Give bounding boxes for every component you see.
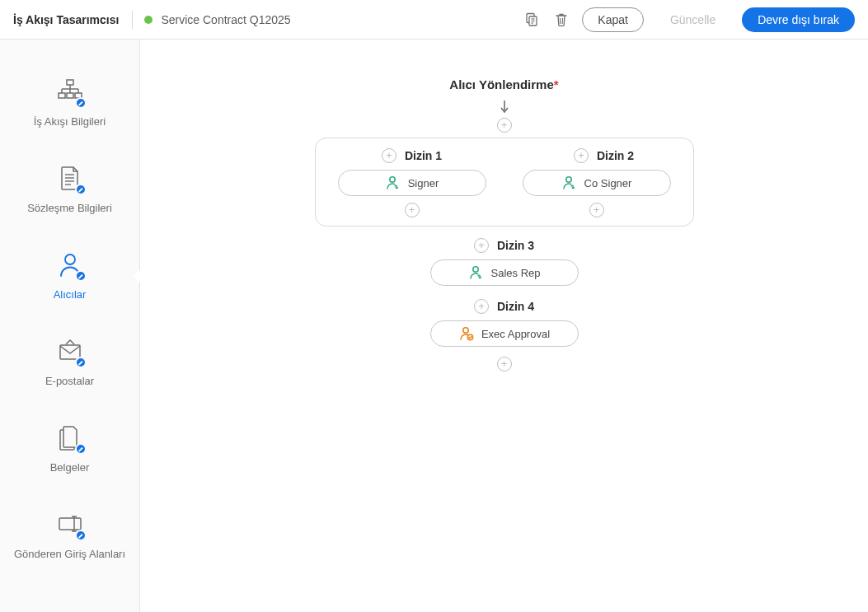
- sidebar-item-recipients[interactable]: Alıcılar: [0, 234, 139, 320]
- step-4-title: Dizin 4: [497, 300, 534, 313]
- signer-icon: [468, 264, 485, 281]
- header: İş Akışı Tasarımcısı Service Contract Q1…: [0, 0, 868, 40]
- add-before-step-3[interactable]: [474, 238, 489, 253]
- recipient-label: Sales Rep: [491, 267, 541, 279]
- approver-icon: [458, 325, 475, 342]
- serial-step-3: Dizin 3 Sales Rep: [140, 231, 868, 292]
- svg-rect-10: [67, 80, 73, 85]
- sidebar-item-workflow-info[interactable]: İş Akışı Bilgileri: [0, 61, 139, 147]
- disable-button[interactable]: Devre dışı bırak: [742, 7, 855, 32]
- branch-1: Dizin 1 Signer: [326, 148, 499, 226]
- close-button[interactable]: Kapat: [582, 7, 644, 32]
- sidebar-item-label: E-postalar: [45, 375, 94, 387]
- header-left: İş Akışı Tasarımcısı Service Contract Q1…: [13, 11, 291, 29]
- recipient-label: Signer: [408, 177, 439, 189]
- add-step-top[interactable]: [497, 118, 512, 133]
- branch-2-title: Dizin 2: [597, 149, 634, 162]
- sidebar-item-sender-fields[interactable]: Gönderen Giriş Alanları: [0, 493, 139, 580]
- header-actions: Kapat Güncelle Devre dışı bırak: [523, 7, 855, 32]
- sidebar: İş Akışı Bilgileri Sözleşme Bilgileri: [0, 40, 140, 612]
- recipient-execapproval[interactable]: Exec Approval: [430, 320, 579, 347]
- app-title: İş Akışı Tasarımcısı: [13, 13, 132, 26]
- update-button: Güncelle: [655, 8, 730, 31]
- routing-title: Alıcı Yönlendirme*: [140, 77, 868, 91]
- routing-title-text: Alıcı Yönlendirme: [449, 77, 553, 91]
- workflow-info-icon: [55, 77, 85, 107]
- serial-step-4: Dizin 4 Exec Approval: [140, 292, 868, 371]
- branch-2: Dizin 2 Co Signer: [510, 148, 683, 226]
- status-indicator: [144, 16, 152, 24]
- sidebar-item-label: Belgeler: [50, 461, 90, 474]
- agreement-info-icon: [55, 164, 85, 194]
- recipient-signer[interactable]: Signer: [338, 170, 486, 196]
- required-indicator: *: [554, 77, 559, 91]
- add-after-branch-2[interactable]: [589, 203, 604, 217]
- arrow-down-icon: [499, 100, 510, 114]
- recipient-cosigner[interactable]: Co Signer: [523, 170, 671, 196]
- branch-1-title: Dizin 1: [405, 149, 442, 162]
- add-step-end[interactable]: [497, 357, 512, 371]
- sidebar-item-agreement-info[interactable]: Sözleşme Bilgileri: [0, 147, 139, 234]
- svg-rect-25: [59, 518, 81, 530]
- recipient-label: Co Signer: [584, 177, 632, 189]
- clone-icon[interactable]: [523, 11, 541, 29]
- sidebar-item-label: İş Akışı Bilgileri: [34, 115, 106, 128]
- sidebar-item-documents[interactable]: Belgeler: [0, 407, 139, 493]
- recipient-salesrep[interactable]: Sales Rep: [430, 259, 579, 286]
- sender-fields-icon: [55, 510, 85, 540]
- add-before-step-4[interactable]: [474, 299, 489, 314]
- sidebar-item-label: Gönderen Giriş Alanları: [14, 548, 125, 560]
- recipients-icon: [55, 250, 85, 280]
- separator: [132, 11, 133, 29]
- routing-canvas: Alıcı Yönlendirme* Dizin 1 Signer: [140, 40, 868, 612]
- svg-rect-16: [59, 93, 65, 98]
- workflow-name[interactable]: Service Contract Q12025: [161, 13, 290, 26]
- emails-icon: [55, 337, 85, 367]
- recipient-label: Exec Approval: [481, 328, 550, 340]
- sidebar-item-emails[interactable]: E-postalar: [0, 320, 139, 407]
- signer-icon: [561, 175, 578, 191]
- add-before-branch-1[interactable]: [382, 148, 396, 163]
- signer-icon: [385, 175, 401, 191]
- add-after-branch-1[interactable]: [405, 203, 420, 217]
- svg-point-23: [65, 255, 75, 264]
- trash-icon[interactable]: [552, 11, 570, 29]
- add-before-branch-2[interactable]: [574, 148, 589, 163]
- step-3-title: Dizin 3: [497, 239, 534, 252]
- sidebar-item-label: Alıcılar: [54, 288, 87, 301]
- svg-rect-17: [67, 93, 73, 98]
- parallel-group: Dizin 1 Signer Dizin 2: [315, 138, 694, 227]
- documents-icon: [55, 423, 85, 453]
- sidebar-item-label: Sözleşme Bilgileri: [27, 202, 112, 214]
